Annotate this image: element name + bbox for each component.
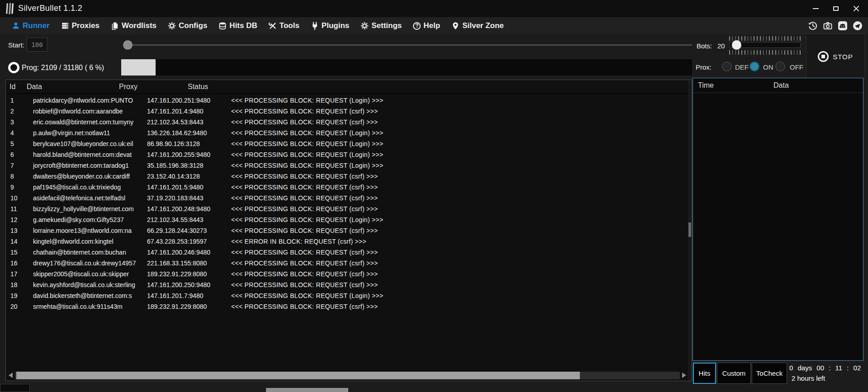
camera-icon[interactable] xyxy=(823,21,833,31)
table-row[interactable]: 10asidefacil@telefonica.net:telfadsl37.1… xyxy=(6,193,692,203)
cell-status: <<< PROCESSING BLOCK: REQUEST (Login) >>… xyxy=(231,151,384,158)
table-row[interactable]: 14kingtel@ntlworld.com:kingtel67.43.228.… xyxy=(6,236,692,247)
table-row[interactable]: 2robbief@ntlworld.com:aarandbe147.161.20… xyxy=(6,106,692,117)
table-row[interactable]: 11bizzylizzy_hollyville@btinternet.com14… xyxy=(6,203,692,214)
column-header-id[interactable]: Id xyxy=(9,83,15,91)
stop-button[interactable]: STOP xyxy=(806,33,865,80)
table-row[interactable]: 5berylcave107@blueyonder.co.uk:eil86.98.… xyxy=(6,138,692,149)
cell-proxy: 35.185.196.38:3128 xyxy=(147,162,204,169)
tab-hits[interactable]: Hits xyxy=(693,363,716,384)
server-stack-icon xyxy=(61,22,69,30)
cell-status: <<< PROCESSING BLOCK: REQUEST (Login) >>… xyxy=(231,97,384,104)
menu-item-help[interactable]: Help xyxy=(413,21,440,30)
prox-option-def-label: DEF xyxy=(735,63,749,71)
maximize-button[interactable] xyxy=(831,0,840,17)
cell-status: <<< PROCESSING BLOCK: REQUEST (csrf) >>> xyxy=(231,281,378,288)
column-header-time[interactable]: Time xyxy=(698,81,714,90)
cell-data: asidefacil@telefonica.net:telfadsl xyxy=(33,194,146,202)
bots-value: 20 xyxy=(717,42,725,50)
prog-label: Prog: xyxy=(22,64,39,71)
scroll-right-arrow[interactable] xyxy=(682,373,686,378)
table-row[interactable]: 13lorraine.moore13@ntlworld.com:na66.29.… xyxy=(6,225,692,236)
table-row[interactable]: 7jorycroft@btinternet.com:taradog135.185… xyxy=(6,160,692,171)
history-icon[interactable] xyxy=(808,21,818,31)
close-button[interactable] xyxy=(852,0,861,17)
silverbullet-logo-icon xyxy=(4,2,16,15)
table-row[interactable]: 12g.amekuedi@sky.com:Gifty5237212.102.34… xyxy=(6,214,692,225)
cell-proxy: 147.161.200.251:9480 xyxy=(147,97,210,104)
cell-id: 11 xyxy=(10,205,17,213)
minimize-button[interactable] xyxy=(811,0,820,17)
cell-id: 14 xyxy=(10,238,18,245)
gear-icon xyxy=(168,22,176,30)
cell-id: 12 xyxy=(10,216,18,223)
progress-bar xyxy=(121,59,692,76)
start-input[interactable] xyxy=(27,38,47,52)
table-row[interactable]: 1patrickdarcy@ntlworld.com:PUNTO147.161.… xyxy=(6,95,692,106)
table-row[interactable]: 15chathain@btinternet.com:buchan147.161.… xyxy=(6,247,692,258)
table-row[interactable]: 19david.bickersteth@btinternet.com:s147.… xyxy=(6,290,692,301)
cell-id: 19 xyxy=(10,292,18,299)
table-row[interactable]: 16drewy176@tiscali.co.uk:drewy14957221.1… xyxy=(6,258,692,269)
start-label: Start: xyxy=(8,41,24,49)
telegram-icon[interactable] xyxy=(853,21,863,31)
tab-custom[interactable]: Custom xyxy=(717,363,751,384)
cell-status: <<< PROCESSING BLOCK: REQUEST (Login) >>… xyxy=(231,140,384,147)
cell-data: berylcave107@blueyonder.co.uk:eil xyxy=(33,140,146,147)
cell-status: <<< PROCESSING BLOCK: REQUEST (Login) >>… xyxy=(231,129,384,137)
menu-item-plugins[interactable]: Plugins xyxy=(311,21,349,30)
cell-status: <<< PROCESSING BLOCK: REQUEST (csrf) >>> xyxy=(231,303,378,310)
table-row[interactable]: 6harold.bland@btinternet.com:devat147.16… xyxy=(6,149,692,160)
menu-item-silver-zone[interactable]: Silver Zone xyxy=(451,21,504,30)
prox-radio-off[interactable] xyxy=(775,61,785,71)
bots-slider[interactable] xyxy=(729,36,801,55)
menu-item-configs[interactable]: Configs xyxy=(168,21,207,30)
column-header-proxy[interactable]: Proxy xyxy=(119,83,138,91)
table-row[interactable]: 18kevin.ayshford@tiscali.co.uk:sterling1… xyxy=(6,279,692,290)
table-row[interactable]: 8dwalters@blueyonder.co.uk:cardiff23.152… xyxy=(6,171,692,182)
titlebar: SilverBullet 1.1.2 xyxy=(0,0,868,17)
start-slider-thumb[interactable] xyxy=(123,40,133,50)
table-row[interactable]: 9paf1945@tiscali.co.uk:trixiedog147.161.… xyxy=(6,182,692,193)
prox-radio-on[interactable] xyxy=(749,61,759,71)
prox-option-on-label: ON xyxy=(763,63,773,71)
column-header-data[interactable]: Data xyxy=(773,81,789,90)
cell-proxy: 147.161.200.255:9480 xyxy=(147,151,210,158)
table-row[interactable]: 17skipper2005@tiscali.co.uk:skipper189.2… xyxy=(6,269,692,279)
start-slider-track[interactable] xyxy=(126,44,692,46)
cell-data: harold.bland@btinternet.com:devat xyxy=(33,151,146,158)
cell-status: <<< PROCESSING BLOCK: REQUEST (csrf) >>> xyxy=(231,194,378,202)
results-rows: 1patrickdarcy@ntlworld.com:PUNTO147.161.… xyxy=(6,95,692,312)
column-header-status[interactable]: Status xyxy=(188,83,208,91)
bottom-partial-panel xyxy=(0,384,30,392)
menu-item-proxies[interactable]: Proxies xyxy=(61,21,100,30)
menu-item-runner[interactable]: Runner xyxy=(12,21,50,30)
scroll-left-arrow[interactable] xyxy=(9,373,13,378)
table-row[interactable]: 3eric.oswald@btinternet.com:tumyny212.10… xyxy=(6,117,692,128)
progress-text: Prog: 2109 / 31180 ( 6 %) xyxy=(22,64,104,72)
prox-radio-def[interactable] xyxy=(722,61,732,71)
tab-tocheck[interactable]: ToCheck xyxy=(752,363,787,384)
cell-proxy: 147.161.200.246:9480 xyxy=(147,249,210,256)
vertical-scrollbar[interactable] xyxy=(688,80,692,381)
bots-slider-thumb[interactable] xyxy=(732,40,741,50)
menu-items: Runner Proxies Wordlists Configs Hits DB… xyxy=(12,21,504,30)
table-row[interactable]: 20srmehta@tiscali.co.uk:911s43m189.232.9… xyxy=(6,301,692,312)
bottom-scrollbar-thumb[interactable] xyxy=(266,388,348,392)
cell-status: <<< PROCESSING BLOCK: REQUEST (Login) >>… xyxy=(231,292,384,299)
cell-id: 17 xyxy=(10,270,18,278)
menu-item-settings[interactable]: Settings xyxy=(360,21,402,30)
column-header-data[interactable]: Data xyxy=(27,83,42,91)
cell-data: kevin.ayshford@tiscali.co.uk:sterling xyxy=(33,281,146,288)
horizontal-scrollbar-thumb[interactable] xyxy=(16,372,580,379)
discord-icon[interactable] xyxy=(838,21,848,31)
menu-item-hits-db[interactable]: Hits DB xyxy=(218,21,257,30)
vertical-scrollbar-thumb[interactable] xyxy=(688,222,691,237)
cell-status: <<< PROCESSING BLOCK: REQUEST (csrf) >>> xyxy=(231,205,378,213)
app-title: SilverBullet 1.1.2 xyxy=(18,4,82,13)
table-row[interactable]: 4p.aulw@virgin.net:notlaw11136.226.184.6… xyxy=(6,128,692,138)
menu-item-wordlists[interactable]: Wordlists xyxy=(111,21,157,30)
horizontal-scrollbar-track[interactable] xyxy=(15,372,680,379)
menu-item-tools[interactable]: Tools xyxy=(269,21,299,30)
cell-id: 2 xyxy=(10,108,14,115)
